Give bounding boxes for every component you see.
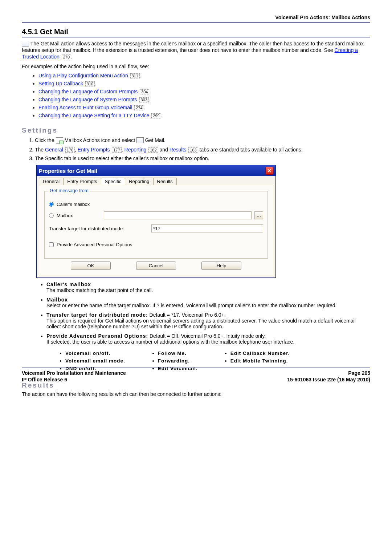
page-footer: Voicemail Pro Installation and Maintenan… <box>22 368 370 383</box>
link-results-tab[interactable]: Results <box>170 147 187 153</box>
def-text: If selected, the user is able to access … <box>46 339 294 345</box>
mailbox-browse-button[interactable]: … <box>254 211 263 219</box>
intro-paragraph: The Get Mail action allows access to the… <box>22 40 370 60</box>
def-label: Mailbox <box>46 297 68 303</box>
step-1: Click the Mailbox Actions icon and selec… <box>35 137 370 144</box>
examples-list: Using a Play Configuration Menu Action 3… <box>22 73 370 118</box>
tab-specific[interactable]: Specific <box>101 178 126 185</box>
examples-intro: For examples of the action being used in… <box>22 63 370 70</box>
link-general-tab[interactable]: General <box>45 147 63 153</box>
apo-item: Voicemail on/off. <box>65 351 125 356</box>
intro-text: The Get Mail action allows access to the… <box>22 41 364 53</box>
mailbox-name-input[interactable] <box>104 211 252 219</box>
checkbox-apo-label: Provide Advanced Personal Options <box>57 242 132 247</box>
link-entryprompts-tab[interactable]: Entry Prompts <box>78 147 110 153</box>
ok-button[interactable]: OK <box>71 262 111 270</box>
dialog-button-row: OK Cancel Help <box>44 259 268 270</box>
getmail-action-icon <box>136 137 144 143</box>
def-mailbox: Mailbox Select or enter the name of the … <box>46 297 370 308</box>
link-example[interactable]: Enabling Access to Hunt Group Voicemail <box>38 105 132 110</box>
ellipsis-icon: … <box>257 212 261 218</box>
apo-item: Follow Me. <box>158 351 198 356</box>
step2-text-a: The <box>35 147 45 153</box>
section-name: Get Mail <box>40 28 68 36</box>
settings-heading: Settings <box>22 126 370 134</box>
pageref: 310 <box>85 81 95 86</box>
def-meta: Default = *17. Voicemail Pro 6.0+. <box>150 312 226 318</box>
step2-text-b: tabs are standard tabs available to all … <box>200 147 303 153</box>
settings-steps: Click the Mailbox Actions icon and selec… <box>22 137 370 161</box>
tab-results[interactable]: Results <box>153 178 177 185</box>
step1-text-b: Mailbox Actions icon and select <box>64 137 136 143</box>
cancel-button[interactable]: Cancel <box>136 262 176 270</box>
pageref: 176 <box>65 147 75 153</box>
results-text: The action can have the following result… <box>22 391 370 397</box>
pageref: 182 <box>148 147 158 153</box>
mailbox-actions-icon <box>56 137 63 144</box>
radio-callers-mailbox[interactable] <box>49 202 54 207</box>
def-transfer-target: Transfer target for distributed mode: De… <box>46 312 370 329</box>
apo-item: Forwarding. <box>158 358 198 364</box>
def-callers-mailbox: Caller's mailbox The mailbox matching th… <box>46 281 370 293</box>
period: . <box>71 54 73 60</box>
link-example[interactable]: Changing the Language Setting for a TTY … <box>38 113 149 118</box>
properties-dialog: Properties for Get Mail ✕ General Entry … <box>36 165 276 278</box>
def-label: Provide Advanced Personal Options: <box>46 333 148 339</box>
option-definitions: Caller's mailbox The mailbox matching th… <box>22 281 370 345</box>
apo-item: Edit Mobile Twinning. <box>230 358 290 364</box>
step1-text-a: Click the <box>35 137 56 143</box>
step-3: The Specific tab is used to select eithe… <box>35 155 370 161</box>
dialog-titlebar: Properties for Get Mail ✕ <box>37 165 275 176</box>
list-item: Setting Up Callback 310. <box>38 81 370 86</box>
section-title: 4.5.1 Get Mail <box>22 28 370 37</box>
apo-item: Voicemail email mode. <box>65 358 125 364</box>
tab-general[interactable]: General <box>39 178 64 185</box>
help-button[interactable]: Help <box>201 262 241 270</box>
pageref: 270 <box>62 54 71 60</box>
transfer-target-input[interactable] <box>151 224 263 232</box>
radio-mailbox[interactable] <box>49 213 54 218</box>
checkbox-advanced-personal-options[interactable] <box>49 242 54 247</box>
dialog-tabs: General Entry Prompts Specific Reporting… <box>37 178 275 185</box>
ok-label: K <box>91 263 94 268</box>
def-text: Select or enter the name of the target m… <box>46 303 337 308</box>
def-text: This option is required for Get Mail act… <box>46 318 356 329</box>
getmail-action-icon <box>22 41 29 46</box>
list-item: Using a Play Configuration Menu Action 3… <box>38 73 370 78</box>
pageref: 274 <box>134 105 144 110</box>
list-item: Changing the Language of System Prompts … <box>38 97 370 102</box>
tab-entry-prompts[interactable]: Entry Prompts <box>63 178 101 185</box>
section-number: 4.5.1 <box>22 28 38 36</box>
list-item: Changing the Language of Custom Prompts … <box>38 89 370 94</box>
tab-panel-specific: Get message from Caller's mailbox Mailbo… <box>39 185 273 275</box>
def-label: Caller's mailbox <box>46 281 91 287</box>
link-example[interactable]: Changing the Language of Custom Prompts <box>38 89 138 94</box>
dialog-title: Properties for Get Mail <box>39 168 97 174</box>
list-item: Enabling Access to Hunt Group Voicemail … <box>38 105 370 110</box>
link-reporting-tab[interactable]: Reporting <box>124 147 147 153</box>
def-label: Transfer target for distributed mode: <box>46 312 148 318</box>
transfer-target-label: Transfer target for distributed mode: <box>49 226 147 231</box>
radio-mailbox-label: Mailbox <box>57 213 89 218</box>
footer-doc-title: Voicemail Pro Installation and Maintenan… <box>22 370 126 376</box>
footer-doc-id: 15-601063 Issue 22e (16 May 2010) <box>287 376 370 383</box>
def-text: The mailbox matching the start point of … <box>46 287 153 293</box>
close-button[interactable]: ✕ <box>265 167 273 175</box>
step1-text-c: Get Mail. <box>145 137 166 143</box>
def-apo: Provide Advanced Personal Options: Defau… <box>46 333 370 345</box>
pageref: 304 <box>140 89 149 94</box>
link-example[interactable]: Changing the Language of System Prompts <box>38 97 137 102</box>
step-2: The General 176, Entry Prompts 177, Repo… <box>35 147 370 153</box>
pageref: 299 <box>151 113 161 118</box>
pageref: 177 <box>112 147 121 153</box>
footer-page-number: Page 205 <box>287 370 370 376</box>
link-example[interactable]: Setting Up Callback <box>38 81 83 86</box>
group-get-message-from: Get message from Caller's mailbox Mailbo… <box>44 191 268 259</box>
pageref: 311 <box>130 73 140 78</box>
close-icon: ✕ <box>267 168 271 174</box>
tab-reporting[interactable]: Reporting <box>125 178 153 185</box>
link-example[interactable]: Using a Play Configuration Menu Action <box>38 73 128 78</box>
pageref: 183 <box>188 147 198 153</box>
group-legend: Get message from <box>48 188 90 193</box>
list-item: Changing the Language Setting for a TTY … <box>38 113 370 118</box>
